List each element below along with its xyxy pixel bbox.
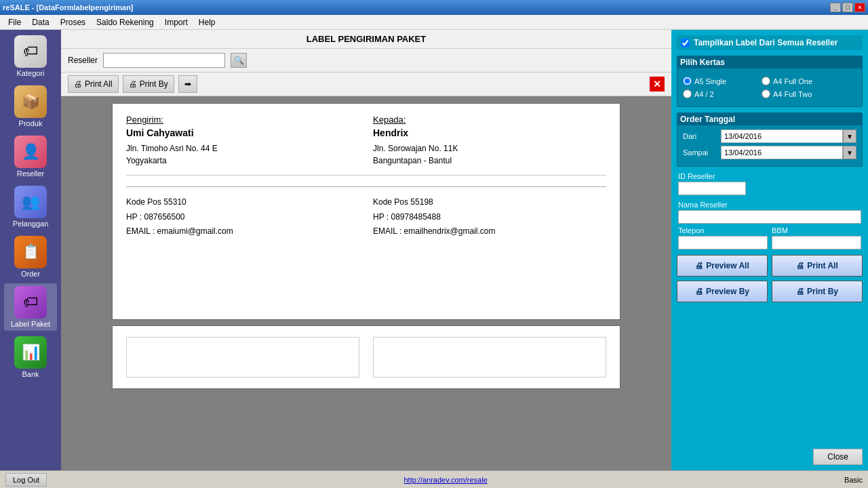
sender-section: Pengirim: Umi Cahyawati Jln. Timoho Asri… bbox=[126, 115, 359, 167]
order-tanggal-title: Order Tanggal bbox=[677, 113, 862, 125]
paper-a4-full1: A4 Full One bbox=[762, 77, 836, 85]
toolbar: 🖨 Print All 🖨 Print By ➡ ✕ bbox=[61, 73, 671, 96]
print-by-button[interactable]: 🖨 Print By bbox=[123, 75, 174, 93]
spacer bbox=[677, 308, 863, 443]
radio-a4-full2[interactable] bbox=[762, 89, 770, 98]
menu-saldo[interactable]: Saldo Rekening bbox=[91, 16, 159, 28]
bbm-label: BBM bbox=[772, 226, 861, 235]
arrow-button[interactable]: ➡ bbox=[178, 75, 197, 93]
paper-a5-single: A5 Single bbox=[683, 77, 757, 85]
menu-help[interactable]: Help bbox=[193, 16, 221, 28]
radio-a5-single[interactable] bbox=[683, 77, 692, 85]
kategori-icon: 🏷 bbox=[14, 35, 47, 68]
bbm-field: BBM bbox=[772, 226, 861, 249]
close-btn-row: Close bbox=[677, 449, 863, 465]
preview-by-icon: 🖨 bbox=[695, 287, 703, 296]
reseller-search-input[interactable] bbox=[103, 53, 225, 68]
label-divider bbox=[126, 186, 606, 187]
paper-a4-full2: A4 Full Two bbox=[762, 89, 836, 98]
menu-data[interactable]: Data bbox=[26, 16, 54, 28]
sampai-date-button[interactable]: ▼ bbox=[843, 146, 856, 159]
shipping-label-1: Pengirim: Umi Cahyawati Jln. Timoho Asri… bbox=[112, 103, 620, 320]
pelanggan-icon: 👥 bbox=[14, 186, 47, 218]
dari-date-input[interactable] bbox=[721, 129, 843, 143]
dari-row: Dari ▼ bbox=[683, 129, 856, 143]
radio-a4-full1[interactable] bbox=[762, 77, 770, 85]
preview-by-button[interactable]: 🖨 Preview By bbox=[677, 281, 768, 302]
printer-icon: 🖨 bbox=[74, 79, 82, 89]
dari-date-button[interactable]: ▼ bbox=[843, 129, 856, 143]
sender-address: Jln. Timoho Asri No. 44 EYogyakarta bbox=[126, 142, 359, 167]
sender-email: EMAIL : emaiumi@gmail.com bbox=[126, 224, 359, 239]
telepon-input[interactable] bbox=[678, 236, 768, 249]
preview-icon: 🖨 bbox=[695, 261, 703, 270]
content-area: LABEL PENGIRIMAN PAKET Reseller 🔍 🖨 Prin… bbox=[61, 30, 671, 470]
status-url[interactable]: http://anradev.com/resale bbox=[403, 476, 487, 484]
print-all-action-button[interactable]: 🖨 Print All bbox=[772, 255, 863, 277]
sidebar: 🏷 Kategori 📦 Produk 👤 Reseller 👥 Pelangg… bbox=[0, 30, 61, 470]
maximize-button[interactable]: □ bbox=[842, 3, 853, 12]
show-all-reseller-checkbox[interactable] bbox=[681, 39, 690, 47]
print-by-action-button[interactable]: 🖨 Print By bbox=[772, 281, 863, 302]
shipping-label-2 bbox=[112, 325, 620, 389]
search-bar: Reseller 🔍 bbox=[61, 49, 671, 73]
reseller-icon: 👤 bbox=[14, 136, 47, 168]
status-mode: Basic bbox=[844, 476, 863, 484]
recipient-details: Kode Pos 55198 HP : 08978485488 EMAIL : … bbox=[373, 195, 606, 239]
bbm-input[interactable] bbox=[772, 236, 861, 249]
telepon-bbm-row: Telepon BBM bbox=[678, 226, 861, 249]
label-icon: 🏷 bbox=[14, 286, 47, 319]
sidebar-label-reseller: Reseller bbox=[17, 169, 44, 178]
print-all-button[interactable]: 🖨 Print All bbox=[68, 75, 119, 93]
sidebar-label-produk: Produk bbox=[19, 119, 43, 127]
label-details: Kode Pos 55310 HP : 087656500 EMAIL : em… bbox=[126, 195, 606, 239]
sidebar-item-produk[interactable]: 📦 Produk bbox=[4, 83, 57, 130]
sender-hp: HP : 087656500 bbox=[126, 210, 359, 225]
sidebar-item-pelanggan[interactable]: 👥 Pelanggan bbox=[4, 183, 57, 230]
printer-by-icon: 🖨 bbox=[129, 79, 137, 89]
sidebar-item-reseller[interactable]: 👤 Reseller bbox=[4, 133, 57, 180]
print-all-icon: 🖨 bbox=[796, 261, 804, 270]
sender-title: Pengirim: bbox=[126, 115, 359, 125]
title-bar-buttons: _ □ × bbox=[830, 3, 865, 12]
sidebar-label-order: Order bbox=[21, 270, 40, 278]
nama-reseller-label: Nama Reseller bbox=[678, 201, 861, 209]
pilih-kertas-section: Pilih Kertas A5 Single A4 Full One A4 / … bbox=[677, 56, 863, 107]
dari-label: Dari bbox=[683, 132, 717, 140]
recipient-hp: HP : 08978485488 bbox=[373, 210, 606, 225]
sidebar-item-bank[interactable]: 📊 Bank bbox=[4, 333, 57, 381]
window-title: reSALE - [DataFormlabelpengiriman] bbox=[3, 3, 134, 12]
document-area[interactable]: Pengirim: Umi Cahyawati Jln. Timoho Asri… bbox=[61, 96, 671, 470]
dari-date-wrapper: ▼ bbox=[721, 129, 856, 143]
radio-a4-2[interactable] bbox=[683, 89, 692, 98]
sidebar-item-label[interactable]: 🏷 Label Paket bbox=[4, 283, 57, 331]
sender-kodepos: Kode Pos 55310 bbox=[126, 195, 359, 210]
recipient-kodepos: Kode Pos 55198 bbox=[373, 195, 606, 210]
sidebar-label-kategori: Kategori bbox=[17, 69, 45, 77]
menu-file[interactable]: File bbox=[3, 16, 26, 28]
sidebar-item-order[interactable]: 📋 Order bbox=[4, 233, 57, 281]
bank-icon: 📊 bbox=[14, 336, 47, 369]
id-reseller-input[interactable] bbox=[678, 182, 746, 195]
sidebar-item-kategori[interactable]: 🏷 Kategori bbox=[4, 33, 57, 80]
paper-a4-2: A4 / 2 bbox=[683, 89, 757, 98]
menu-proses[interactable]: Proses bbox=[55, 16, 91, 28]
toolbar-close-button[interactable]: ✕ bbox=[650, 77, 665, 92]
search-button[interactable]: 🔍 bbox=[231, 53, 247, 68]
logout-button[interactable]: Log Out bbox=[5, 473, 47, 487]
nama-reseller-input[interactable] bbox=[678, 210, 861, 224]
sampai-date-input[interactable] bbox=[721, 146, 843, 159]
checkbox-row: Tampilkan Label Dari Semua Reseller bbox=[677, 35, 863, 50]
close-window-button[interactable]: × bbox=[854, 3, 865, 12]
minimize-button[interactable]: _ bbox=[830, 3, 841, 12]
right-panel: Tampilkan Label Dari Semua Reseller Pili… bbox=[671, 30, 868, 470]
preview-all-button[interactable]: 🖨 Preview All bbox=[677, 255, 768, 277]
sidebar-label-bank: Bank bbox=[22, 370, 39, 378]
reseller-fields: ID Reseller Nama Reseller Telepon BBM bbox=[677, 172, 863, 249]
close-button[interactable]: Close bbox=[813, 449, 863, 465]
label-header: Pengirim: Umi Cahyawati Jln. Timoho Asri… bbox=[126, 115, 606, 176]
menu-import[interactable]: Import bbox=[159, 16, 193, 28]
show-all-label: Tampilkan Label Dari Semua Reseller bbox=[694, 38, 838, 47]
sidebar-label-label: Label Paket bbox=[11, 320, 50, 328]
sender-name: Umi Cahyawati bbox=[126, 127, 359, 138]
